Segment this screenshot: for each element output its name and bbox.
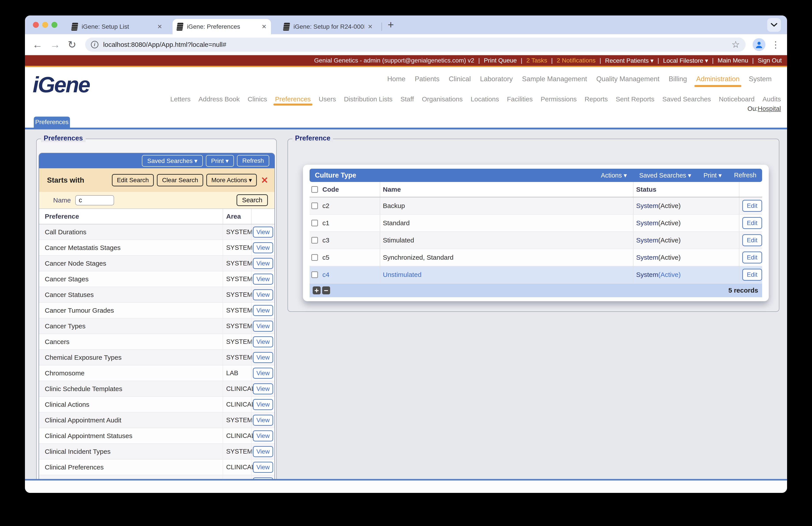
sub-nav-reports[interactable]: Reports [585, 95, 608, 103]
main-nav-administration[interactable]: Administration [696, 75, 739, 83]
view-button[interactable]: View [253, 305, 273, 316]
view-button[interactable]: View [253, 430, 273, 441]
sub-nav-distribution-lists[interactable]: Distribution Lists [344, 95, 393, 103]
refresh-button[interactable]: Refresh [237, 155, 269, 167]
sub-nav-clinics[interactable]: Clinics [248, 95, 267, 103]
culture-type-row[interactable]: c2BackupSystem (Active)Edit [309, 197, 762, 215]
sub-nav-noticeboard[interactable]: Noticeboard [719, 95, 755, 103]
saved-searches-button[interactable]: Saved Searches ▾ [142, 155, 203, 167]
status-system-link[interactable]: System [636, 202, 658, 210]
print-button[interactable]: Print ▾ [206, 155, 234, 167]
view-button[interactable]: View [253, 352, 273, 363]
view-button[interactable]: View [253, 478, 273, 479]
actions-menu[interactable]: Actions ▾ [601, 172, 627, 179]
search-button[interactable]: Search [236, 194, 268, 206]
profile-avatar[interactable] [753, 38, 766, 51]
view-button[interactable]: View [253, 415, 273, 426]
main-nav-billing[interactable]: Billing [669, 75, 687, 83]
status-system-link[interactable]: System [636, 254, 658, 261]
tab-close-icon[interactable]: ✕ [154, 23, 162, 30]
site-info-icon[interactable]: i [91, 41, 98, 48]
window-zoom-button[interactable] [52, 22, 57, 28]
browser-tab-setup-list[interactable]: iGene: Setup List ✕ [67, 19, 166, 34]
tab-close-icon[interactable]: ✕ [258, 23, 266, 30]
status-system-link[interactable]: System [636, 237, 658, 244]
view-button[interactable]: View [253, 383, 273, 394]
sub-nav-organisations[interactable]: Organisations [422, 95, 463, 103]
sub-nav-users[interactable]: Users [319, 95, 336, 103]
edit-search-button[interactable]: Edit Search [112, 174, 154, 186]
sub-nav-address-book[interactable]: Address Book [198, 95, 240, 103]
sub-nav-locations[interactable]: Locations [470, 95, 499, 103]
edit-button[interactable]: Edit [742, 217, 762, 229]
sub-nav-letters[interactable]: Letters [170, 95, 191, 103]
sub-nav-audits[interactable]: Audits [763, 95, 781, 103]
sub-nav-permissions[interactable]: Permissions [541, 95, 577, 103]
tab-search-chevron-button[interactable] [767, 18, 781, 32]
main-nav-patients[interactable]: Patients [415, 75, 439, 83]
view-button[interactable]: View [253, 321, 273, 332]
view-button[interactable]: View [253, 289, 273, 300]
sub-nav-saved-searches[interactable]: Saved Searches [663, 95, 711, 103]
forward-icon[interactable]: → [50, 40, 60, 50]
refresh-link[interactable]: Refresh [734, 172, 756, 179]
ou-hospital-link[interactable]: Hospital [758, 105, 781, 112]
topbar-item[interactable]: 2 Notifications [557, 57, 596, 64]
view-button[interactable]: View [253, 227, 273, 238]
sub-nav-facilities[interactable]: Facilities [507, 95, 533, 103]
browser-tab-setup-r24[interactable]: iGene: Setup for R24-000F ✕ [279, 19, 377, 34]
select-all-checkbox[interactable] [311, 186, 318, 193]
remove-record-button[interactable]: − [322, 286, 330, 294]
row-checkbox[interactable] [311, 271, 318, 278]
name-input[interactable] [75, 195, 114, 205]
culture-type-row[interactable]: c5Synchronized, StandardSystem (Active)E… [309, 249, 762, 266]
main-nav-clinical[interactable]: Clinical [449, 75, 471, 83]
main-nav-home[interactable]: Home [387, 75, 406, 83]
status-system-link[interactable]: System [636, 271, 658, 279]
culture-type-row[interactable]: c4UnstimulatedSystem (Active)Edit [309, 266, 762, 284]
view-button[interactable]: View [253, 258, 273, 269]
edit-button[interactable]: Edit [742, 269, 762, 281]
window-close-button[interactable] [33, 22, 39, 28]
view-button[interactable]: View [253, 446, 273, 457]
bookmark-star-icon[interactable]: ☆ [731, 39, 740, 50]
view-button[interactable]: View [253, 336, 273, 347]
browser-tab-preferences[interactable]: iGene: Preferences ✕ [173, 19, 271, 34]
row-checkbox[interactable] [311, 254, 318, 261]
view-button[interactable]: View [253, 399, 273, 410]
culture-type-row[interactable]: c3StimulatedSystem (Active)Edit [309, 232, 762, 249]
tab-close-icon[interactable]: ✕ [364, 23, 373, 30]
view-button[interactable]: View [253, 368, 273, 379]
main-nav-sample-management[interactable]: Sample Management [522, 75, 587, 83]
print-menu[interactable]: Print ▾ [704, 172, 722, 179]
page-tab-preferences[interactable]: Preferences [34, 117, 70, 128]
sub-nav-sent-reports[interactable]: Sent Reports [616, 95, 654, 103]
culture-type-row[interactable]: c1StandardSystem (Active)Edit [309, 215, 762, 232]
main-nav-quality-management[interactable]: Quality Management [596, 75, 659, 83]
sub-nav-staff[interactable]: Staff [401, 95, 414, 103]
clear-search-button[interactable]: Clear Search [157, 174, 203, 186]
new-tab-button[interactable]: + [388, 18, 394, 31]
row-checkbox[interactable] [311, 237, 318, 244]
topbar-item[interactable]: 2 Tasks [526, 57, 547, 64]
edit-button[interactable]: Edit [742, 252, 762, 264]
url-text[interactable]: localhost:8080/App/App.html?locale=null# [103, 41, 227, 48]
row-checkbox[interactable] [311, 202, 318, 209]
back-icon[interactable]: ← [32, 40, 43, 50]
saved-searches-menu[interactable]: Saved Searches ▾ [639, 172, 691, 179]
browser-menu-icon[interactable]: ⋮ [771, 40, 780, 50]
main-nav-system[interactable]: System [749, 75, 772, 83]
window-minimize-button[interactable] [42, 22, 48, 28]
row-checkbox[interactable] [311, 220, 318, 226]
topbar-item[interactable]: Main Menu [717, 57, 748, 64]
view-button[interactable]: View [253, 274, 273, 285]
view-button[interactable]: View [253, 242, 273, 253]
sub-nav-preferences[interactable]: Preferences [275, 95, 311, 103]
topbar-item[interactable]: Local Filestore ▾ [663, 57, 708, 64]
more-actions-button[interactable]: More Actions ▾ [206, 174, 257, 186]
topbar-item[interactable]: Recent Patients ▾ [605, 57, 654, 64]
close-search-icon[interactable]: ✕ [261, 175, 268, 185]
url-bar[interactable]: i localhost:8080/App/App.html?locale=nul… [85, 38, 745, 52]
reload-icon[interactable]: ↻ [68, 40, 76, 50]
status-system-link[interactable]: System [636, 219, 658, 227]
